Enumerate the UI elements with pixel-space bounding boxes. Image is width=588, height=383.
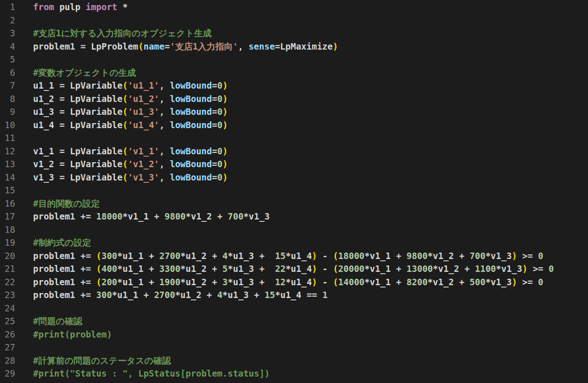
code-token-plain: *u1_2 + xyxy=(180,277,223,287)
code-token-param: name xyxy=(143,41,165,51)
code-token-bracket: ) xyxy=(512,251,517,261)
code-editor[interactable]: 1from pulp import *23#支店1に対する入力指向のオブジェクト… xyxy=(0,0,588,380)
line-number: 1 xyxy=(0,0,15,14)
code-token-number: 0 xyxy=(217,120,222,130)
code-token-keyword: import xyxy=(86,2,117,12)
code-line: 18 xyxy=(0,223,588,237)
code-line: 23problem1 += 300*u1_1 + 2700*u1_2 + 4*u… xyxy=(0,288,588,302)
code-token-bracket: ( xyxy=(138,41,143,51)
code-token-plain: = xyxy=(212,159,217,169)
code-token-comment: #目的関数の設定 xyxy=(33,198,100,208)
code-text: u1_2 = LpVariable('u1_2', lowBound=0) xyxy=(15,92,228,106)
code-token-plain: *u1_4 == xyxy=(275,290,322,300)
code-token-plain: = xyxy=(165,41,170,51)
code-line: 13v1_2 = LpVariable('v1_2', lowBound=0) xyxy=(0,158,588,171)
line-number: 6 xyxy=(0,66,15,79)
code-token-bracket: ) xyxy=(223,80,228,90)
code-token-string: '支店1入力指向' xyxy=(170,41,238,51)
line-number: 8 xyxy=(0,92,15,106)
code-line: 19#制約式の設定 xyxy=(0,236,588,249)
code-token-plain: = xyxy=(212,94,217,104)
code-text xyxy=(15,131,33,145)
code-token-plain: = xyxy=(212,172,217,182)
code-token-plain: *v1_1 + xyxy=(365,251,407,261)
code-token-number: 3300 xyxy=(160,264,181,274)
code-line: 26#print(problem) xyxy=(0,328,588,341)
code-line: 6#変数オブジェクトの生成 xyxy=(0,66,588,79)
code-line: 16#目的関数の設定 xyxy=(0,197,588,210)
line-number: 14 xyxy=(0,171,15,184)
code-token-plain: *u1_1 + xyxy=(117,251,160,261)
code-token-param: lowBound xyxy=(170,146,212,156)
code-token-plain: v1_3 = LpVariable xyxy=(33,172,122,182)
code-token-number: 0 xyxy=(548,264,554,274)
code-token-param: lowBound xyxy=(170,159,212,169)
line-number: 20 xyxy=(0,249,15,263)
code-line: 4problem1 = LpProblem(name='支店1入力指向', se… xyxy=(0,40,588,53)
code-text: #目的関数の設定 xyxy=(15,197,100,210)
code-text: problem1 += 300*u1_1 + 2700*u1_2 + 4*u1_… xyxy=(15,288,328,302)
code-token-bracket: ) xyxy=(223,107,228,117)
code-token-number: 0 xyxy=(217,107,222,117)
code-text: problem1 += (300*u1_1 + 2700*u1_2 + 4*u1… xyxy=(15,249,543,263)
code-line: 17problem1 += 18000*v1_1 + 9800*v1_2 + 7… xyxy=(0,210,588,223)
code-token-plain: *u1_4 xyxy=(285,264,312,274)
code-token-bracket: ( xyxy=(333,277,338,287)
code-token-bracket: ( xyxy=(122,107,127,117)
code-token-number: 1900 xyxy=(160,277,181,287)
code-token-number: 8200 xyxy=(406,277,428,287)
code-token-bracket: ( xyxy=(122,146,127,156)
line-number: 10 xyxy=(0,118,15,132)
code-token-plain: pulp xyxy=(54,2,86,12)
code-token-param: lowBound xyxy=(170,94,212,104)
code-token-comment: #計算前の問題のステータスの確認 xyxy=(33,355,171,366)
code-token-plain: , xyxy=(160,107,170,117)
code-token-plain: , xyxy=(160,146,170,156)
code-line: 12v1_1 = LpVariable('v1_1', lowBound=0) xyxy=(0,145,588,158)
line-number: 15 xyxy=(0,184,15,197)
code-token-number: 400 xyxy=(102,264,117,274)
code-text: problem1 = LpProblem(name='支店1入力指向', sen… xyxy=(15,40,338,53)
code-token-plain: *v1_1 + xyxy=(122,211,165,221)
line-number: 19 xyxy=(0,236,15,249)
code-token-number: 700 xyxy=(228,211,243,221)
code-text: v1_3 = LpVariable('v1_3', lowBound=0) xyxy=(15,171,228,184)
code-token-param: sense xyxy=(249,41,275,51)
code-token-plain: - xyxy=(317,277,333,287)
code-token-bracket: ( xyxy=(96,251,101,261)
line-number: 22 xyxy=(0,276,15,289)
code-line: 25#問題の確認 xyxy=(0,315,588,328)
code-token-number: 2700 xyxy=(154,290,175,300)
code-token-number: 300 xyxy=(96,290,112,300)
code-token-number: 4 xyxy=(223,251,228,261)
line-number: 5 xyxy=(0,53,15,66)
line-number: 7 xyxy=(0,79,15,92)
line-number: 21 xyxy=(0,262,15,276)
code-token-plain: , xyxy=(160,159,170,169)
line-number: 16 xyxy=(0,197,15,210)
code-token-plain: *v1_2 + xyxy=(186,211,228,221)
code-text: u1_4 = LpVariable('u1_4', lowBound=0) xyxy=(15,118,228,132)
code-token-number: 300 xyxy=(102,251,117,261)
code-token-number: 1100 xyxy=(475,264,496,274)
code-token-number: 9800 xyxy=(165,211,186,221)
line-number: 24 xyxy=(0,302,15,315)
code-token-plain: u1_1 = LpVariable xyxy=(33,80,122,90)
code-token-number: 500 xyxy=(470,277,485,287)
code-token-plain: *v1_2 + xyxy=(428,277,470,287)
code-text: #制約式の設定 xyxy=(15,236,91,249)
code-line: 8u1_2 = LpVariable('u1_2', lowBound=0) xyxy=(0,92,588,106)
code-token-number: 2700 xyxy=(160,251,181,261)
code-token-plain: = xyxy=(212,146,217,156)
code-token-plain: problem1 += xyxy=(33,277,96,287)
code-line: 20problem1 += (300*u1_1 + 2700*u1_2 + 4*… xyxy=(0,249,588,263)
code-token-number: 0 xyxy=(217,146,222,156)
code-text: v1_2 = LpVariable('v1_2', lowBound=0) xyxy=(15,158,228,171)
code-token-plain: *v1_3 xyxy=(244,211,270,221)
code-token-plain: , xyxy=(160,80,170,90)
line-number: 13 xyxy=(0,158,15,171)
code-token-string: 'v1_3' xyxy=(128,172,160,182)
code-token-plain: *u1_4 xyxy=(285,251,312,261)
code-token-plain: *u1_1 + xyxy=(117,277,160,287)
code-token-comment: #支店1に対する入力指向のオブジェクト生成 xyxy=(33,28,211,38)
